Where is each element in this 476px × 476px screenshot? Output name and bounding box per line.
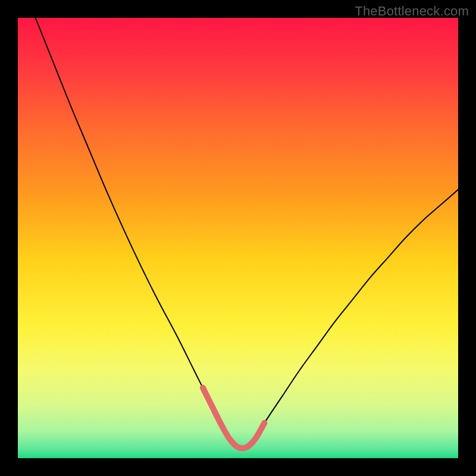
chart-background [18, 18, 458, 458]
chart-plot-area [18, 18, 458, 458]
watermark-text: TheBottleneck.com [355, 4, 469, 19]
chart-frame: TheBottleneck.com [0, 0, 476, 476]
chart-svg [18, 18, 458, 458]
